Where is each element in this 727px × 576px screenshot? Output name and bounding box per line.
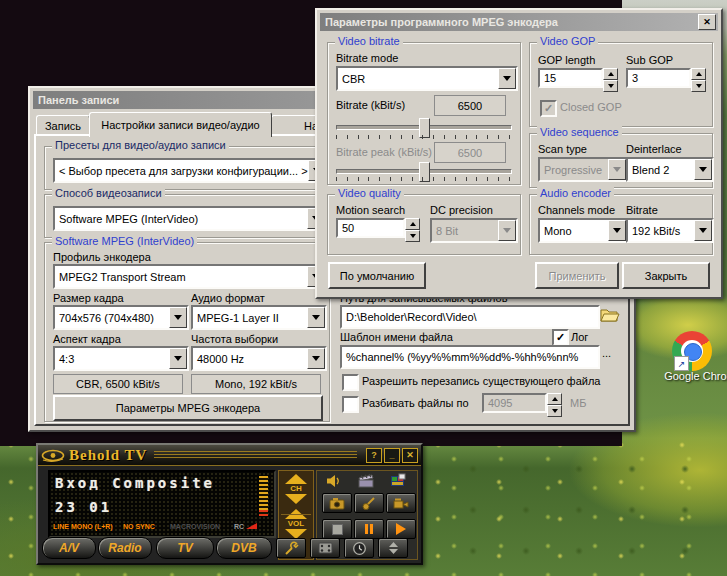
video-bitrate-group: Video bitrate Bitrate mode CBR Bitrate (… — [327, 42, 521, 185]
audio-format-dropdown-button[interactable] — [307, 307, 325, 328]
record-path-input[interactable]: D:\Beholder\Record\Video\ — [340, 305, 600, 329]
channels-mode-combobox[interactable]: Mono — [538, 218, 628, 243]
panel-toggle-button[interactable] — [378, 538, 408, 558]
video-record-button[interactable] — [386, 493, 416, 513]
aspect-value: 4:3 — [59, 353, 74, 365]
behold-title: Behold TV — [69, 447, 147, 464]
behold-minimize-button[interactable]: _ — [384, 448, 400, 463]
audio-format-value: MPEG-1 Layer II — [197, 312, 279, 324]
channel-down-button[interactable] — [285, 494, 307, 504]
deinterlace-combobox[interactable]: Blend 2 — [626, 157, 714, 182]
dc-precision-label: DC precision — [430, 204, 493, 216]
bitrate-mode-label: Bitrate mode — [336, 52, 398, 64]
frame-size-label: Размер кадра — [53, 292, 124, 304]
audio-format-combobox[interactable]: MPEG-1 Layer II — [191, 305, 327, 330]
chrome-icon-label[interactable]: Google Chrome — [658, 370, 727, 382]
audio-record-button[interactable] — [354, 493, 384, 513]
aspect-combobox[interactable]: 4:3 — [53, 346, 189, 371]
stop-button[interactable] — [322, 519, 352, 539]
behold-titlebar[interactable]: Behold TV ? _ ✕ — [38, 445, 421, 466]
channel-up-button[interactable] — [285, 474, 307, 484]
motion-search-spinner[interactable]: 50 — [336, 218, 420, 238]
apply-button: Применить — [535, 262, 619, 289]
audio-encoder-legend: Audio encoder — [537, 187, 614, 200]
motion-search-down-button[interactable] — [405, 230, 420, 242]
dc-precision-value: 8 Bit — [436, 225, 458, 237]
overwrite-checkbox[interactable] — [342, 374, 359, 391]
channels-mode-dropdown-button[interactable] — [608, 220, 626, 241]
speaker-icon[interactable] — [326, 473, 342, 489]
encoder-profile-combobox[interactable]: MPEG2 Transport Stream — [53, 264, 327, 289]
behold-close-button[interactable]: ✕ — [402, 448, 418, 463]
sample-rate-combobox[interactable]: 48000 Hz — [191, 346, 327, 371]
behold-help-button[interactable]: ? — [366, 448, 382, 463]
gop-length-down-button[interactable] — [603, 80, 618, 92]
chevron-down-icon — [613, 228, 621, 237]
template-more-button[interactable]: ... — [602, 347, 611, 359]
filename-template-value: %channel% (%yy%%mm%%dd%-%hh%%nn% — [346, 351, 578, 363]
arrow-up-icon — [552, 394, 558, 401]
defaults-button[interactable]: По умолчанию — [328, 262, 426, 289]
video-quality-group: Video quality Motion search DC precision… — [327, 194, 521, 255]
split-size-spinner[interactable]: 4095 — [482, 393, 562, 413]
split-size-up-button[interactable] — [547, 393, 562, 405]
gop-length-up-button[interactable] — [603, 68, 618, 80]
aspect-dropdown-button[interactable] — [169, 348, 187, 369]
log-checkbox[interactable]: ✓ — [552, 329, 569, 346]
frame-size-dropdown-button[interactable] — [169, 307, 187, 328]
preset-value: < Выбор пресета для загрузки конфигураци… — [59, 165, 308, 177]
audio-bitrate-dropdown-button[interactable] — [694, 220, 712, 241]
deinterlace-dropdown-button[interactable] — [694, 159, 712, 180]
bitrate-mode-combobox[interactable]: CBR — [336, 66, 518, 91]
mpeg-encoder-params-button[interactable]: Параметры MPEG энкодера — [53, 395, 323, 421]
dvb-mode-button[interactable]: DVB — [216, 537, 272, 559]
radio-mode-button[interactable]: Radio — [98, 537, 152, 559]
motion-search-up-button[interactable] — [405, 218, 420, 230]
timer-button[interactable] — [344, 538, 374, 558]
audio-bitrate-combobox[interactable]: 192 kBit/s — [626, 218, 714, 243]
close-icon: ✕ — [703, 17, 711, 27]
bitrate-slider[interactable] — [336, 125, 512, 130]
close-button-label: Закрыть — [645, 270, 687, 282]
tv-button-label: TV — [177, 541, 192, 555]
presets-legend: Пресеты для видео/аудио записи — [52, 139, 229, 152]
sub-gop-up-button[interactable] — [691, 68, 706, 80]
sample-rate-label: Частота выборки — [191, 333, 278, 345]
gop-length-spinner[interactable]: 15 — [538, 68, 618, 88]
bitrate-mode-dropdown-button[interactable] — [498, 68, 516, 89]
record-panel-title: Панель записи — [38, 94, 119, 106]
filename-template-input[interactable]: %channel% (%yy%%mm%%dd%-%hh%%nn% — [340, 345, 600, 369]
pause-button[interactable] — [354, 519, 384, 539]
behold-tv-window: Behold TV ? _ ✕ Вход Composite 23 01 LIN… — [36, 443, 423, 565]
software-mpeg-legend: Software MPEG (InterVideo) — [52, 235, 197, 248]
sub-gop-spinner[interactable]: 3 — [626, 68, 706, 88]
av-mode-button[interactable]: A/V — [42, 537, 96, 559]
mpeg-dialog-titlebar[interactable]: Параметры программного MPEG энкодера ✕ — [320, 13, 718, 31]
bitrate-peak-slider-ticks — [336, 177, 512, 181]
mpeg-dialog-close-button[interactable]: ✕ — [698, 14, 716, 30]
bitrate-peak-value-box: 6500 — [434, 142, 506, 163]
sub-gop-down-button[interactable] — [691, 80, 706, 92]
tab-record-settings-active[interactable]: Настройки записи видео/аудио — [89, 112, 272, 137]
record-method-legend: Способ видеозаписи — [52, 187, 165, 200]
chevron-down-icon — [699, 167, 707, 176]
browse-folder-icon[interactable] — [600, 307, 620, 323]
snapshot-button[interactable] — [322, 493, 352, 513]
settings-button[interactable] — [276, 538, 306, 558]
play-button[interactable] — [386, 519, 416, 539]
bitrate-mode-value: CBR — [342, 73, 365, 85]
clapperboard-icon[interactable] — [358, 473, 374, 489]
scheduler-button[interactable] — [310, 538, 340, 558]
tv-picture-icon[interactable] — [390, 473, 406, 489]
frame-size-combobox[interactable]: 704x576 (704x480) — [53, 305, 189, 330]
encoder-profile-label: Профиль энкодера — [53, 251, 151, 263]
split-files-checkbox[interactable] — [342, 396, 359, 413]
tv-mode-button[interactable]: TV — [156, 537, 214, 559]
split-size-down-button[interactable] — [547, 405, 562, 417]
audio-bitrate-label: Bitrate — [626, 204, 658, 216]
sample-rate-dropdown-button[interactable] — [307, 348, 325, 369]
channels-mode-value: Mono — [544, 225, 572, 237]
preset-combobox[interactable]: < Выбор пресета для загрузки конфигураци… — [53, 158, 327, 183]
record-method-combobox[interactable]: Software MPEG (InterVideo) — [53, 206, 327, 231]
close-button[interactable]: Закрыть — [622, 262, 710, 289]
